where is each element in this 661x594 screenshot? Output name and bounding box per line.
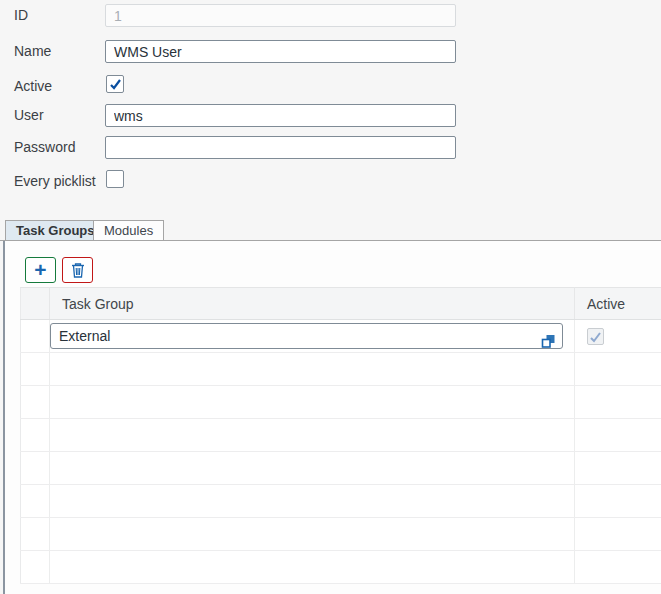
active-checkbox[interactable] bbox=[106, 75, 124, 93]
delete-row-button[interactable] bbox=[62, 257, 93, 283]
active-column-header: Active bbox=[575, 288, 661, 320]
name-field[interactable] bbox=[105, 40, 456, 63]
task-group-column-header: Task Group bbox=[50, 288, 575, 320]
name-label: Name bbox=[14, 40, 51, 63]
every-picklist-label: Every picklist bbox=[14, 170, 96, 193]
table-row-empty bbox=[21, 485, 661, 518]
checkmark-icon bbox=[589, 331, 602, 344]
every-picklist-checkbox[interactable] bbox=[106, 170, 124, 188]
row-selector-header bbox=[21, 288, 50, 320]
table-header-row: Task Group Active bbox=[21, 288, 661, 320]
tab-modules[interactable]: Modules bbox=[93, 220, 164, 241]
table-row-empty bbox=[21, 419, 661, 452]
user-field[interactable] bbox=[105, 104, 456, 127]
password-field[interactable] bbox=[105, 136, 456, 159]
row-selector-cell[interactable] bbox=[21, 320, 50, 353]
task-group-cell bbox=[50, 320, 575, 353]
tab-strip: Task Groups Modules bbox=[0, 220, 661, 241]
password-label: Password bbox=[14, 136, 75, 159]
trash-icon bbox=[70, 262, 86, 279]
table-row-empty bbox=[21, 386, 661, 419]
id-label: ID bbox=[14, 4, 28, 27]
checkmark-icon bbox=[109, 78, 122, 91]
row-selector-cell[interactable] bbox=[21, 386, 50, 419]
table-row-empty bbox=[21, 452, 661, 485]
row-selector-cell[interactable] bbox=[21, 485, 50, 518]
active-row-checkbox bbox=[587, 328, 604, 345]
row-selector-cell[interactable] bbox=[21, 353, 50, 386]
id-field bbox=[105, 4, 456, 27]
add-row-button[interactable]: + bbox=[25, 257, 56, 283]
table-row-empty bbox=[21, 518, 661, 551]
user-label: User bbox=[14, 104, 44, 127]
table-row-empty bbox=[21, 551, 661, 584]
row-selector-cell[interactable] bbox=[21, 419, 50, 452]
table-row bbox=[21, 320, 661, 353]
tab-task-groups[interactable]: Task Groups bbox=[5, 220, 106, 241]
active-cell bbox=[575, 320, 661, 353]
row-selector-cell[interactable] bbox=[21, 551, 50, 584]
table-row-empty bbox=[21, 353, 661, 386]
row-selector-cell[interactable] bbox=[21, 518, 50, 551]
value-help-icon[interactable] bbox=[541, 334, 556, 349]
task-groups-table: Task Group Active bbox=[20, 287, 661, 584]
task-group-input[interactable] bbox=[50, 323, 563, 349]
plus-icon: + bbox=[34, 259, 46, 281]
row-selector-cell[interactable] bbox=[21, 452, 50, 485]
task-groups-panel: + Task Group Active bbox=[3, 241, 661, 594]
active-label: Active bbox=[14, 75, 52, 98]
